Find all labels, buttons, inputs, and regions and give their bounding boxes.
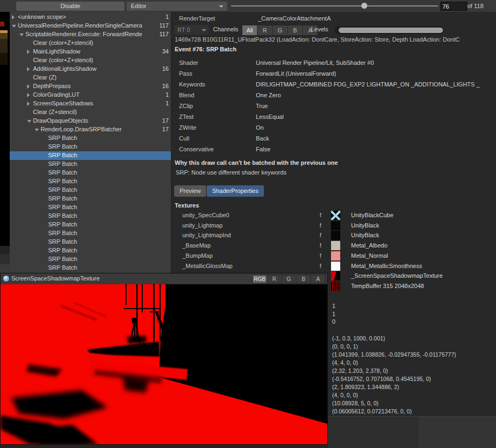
tree-item[interactable]: SRP Batch [10, 203, 171, 212]
levels-slider[interactable] [335, 26, 444, 34]
tree-item[interactable]: MainLightShadow34 [10, 48, 171, 56]
tree-item[interactable]: AdditionalLightsShadow16 [10, 65, 171, 73]
tree-item[interactable]: SRP Batch [10, 195, 171, 203]
channel-button-r[interactable]: R [267, 275, 282, 283]
tree-item[interactable]: SRP Batch [10, 212, 171, 220]
texture-property-name: unity_Lightmap [182, 222, 223, 229]
tree-item-label: ScriptableRenderer.Execute: ForwardRende [25, 31, 158, 37]
shadowmap-render [1, 284, 327, 444]
texture-thumbnail-white[interactable] [331, 262, 340, 271]
tree-item[interactable]: SRP Batch [10, 177, 171, 186]
tree-item-count: 34 [162, 48, 169, 55]
texture-thumbnail-black[interactable] [331, 231, 340, 240]
channel-button-b[interactable]: B [296, 275, 311, 283]
levels-slider-bar[interactable] [339, 28, 443, 33]
channel-button-r[interactable]: R [257, 25, 273, 35]
texture-row[interactable]: _MetallicGlossMapfMetal_MetallicSmoothne… [171, 262, 496, 271]
shader-state-value: ForwardLit (UniversalForward) [256, 70, 496, 77]
texture-thumbnail-albedo[interactable] [331, 241, 340, 250]
tree-item[interactable]: Clear (color+Z+stencil) [10, 56, 171, 65]
texture-thumbnail-black[interactable] [331, 221, 340, 230]
expand-arrow-icon[interactable] [27, 93, 30, 97]
scalar-value-list: 110 [332, 303, 335, 326]
tree-item[interactable]: SRP Batch [10, 143, 171, 151]
channel-button-b[interactable]: B [288, 25, 303, 35]
tab-preview[interactable]: Preview [174, 185, 206, 197]
channel-button-rgb[interactable]: RGB [253, 275, 267, 283]
texture-row[interactable]: unity_SpecCube0fUnityBlackCube [171, 211, 496, 220]
expand-arrow-icon[interactable] [27, 102, 30, 106]
tree-item[interactable]: DepthPrepass16 [10, 82, 171, 91]
tree-item[interactable]: SRP Batch [10, 264, 171, 272]
tree-item[interactable]: Clear (Z) [10, 73, 171, 82]
expand-arrow-icon[interactable] [12, 15, 15, 19]
background-panel [0, 445, 328, 448]
tree-item-label: Clear (color+Z+stencil) [33, 57, 169, 63]
frame-slider-track[interactable] [231, 5, 438, 6]
tree-item-label: DepthPrepass [33, 83, 158, 89]
collapse-arrow-icon[interactable] [35, 129, 39, 131]
tree-item[interactable]: Clear (Z+stencil) [10, 108, 171, 117]
expand-arrow-icon[interactable] [27, 84, 30, 89]
collapse-arrow-icon[interactable] [12, 25, 16, 28]
tree-item[interactable]: SRP Batch [10, 238, 171, 246]
tree-item[interactable]: SRP Batch [10, 220, 171, 229]
tree-item[interactable]: ScriptableRenderer.Execute: ForwardRende… [10, 30, 171, 39]
background-window-edge [0, 254, 10, 264]
channel-button-g[interactable]: G [282, 275, 296, 283]
tree-item[interactable]: SRP Batch [10, 134, 171, 143]
tree-item[interactable]: UniversalRenderPipeline.RenderSingleCame… [10, 22, 171, 30]
channel-button-g[interactable]: G [273, 25, 288, 35]
tree-item[interactable]: SRP Batch [10, 151, 171, 160]
channel-button-a[interactable]: A [311, 275, 325, 283]
texture-thumbnail-normal[interactable] [331, 251, 340, 260]
background-window-edge [0, 246, 10, 254]
tree-item-count: 17 [162, 126, 169, 132]
tree-item[interactable]: DrawOpaqueObjects17 [10, 117, 171, 125]
tree-item[interactable]: SRP Batch [10, 255, 171, 264]
tree-item[interactable]: ColorGradingLUT1 [10, 91, 171, 99]
tree-item[interactable]: Clear (color+Z+stencil) [10, 39, 171, 48]
texture-row[interactable]: unity_LightmapfUnityBlack [171, 221, 496, 231]
tree-item[interactable]: SRP Batch [10, 186, 171, 195]
disable-button[interactable]: Disable [16, 2, 124, 11]
tree-item[interactable]: SRP Batch [10, 160, 171, 169]
rt-select-dropdown[interactable]: RT 0 [174, 25, 209, 35]
tab-shaderproperties[interactable]: ShaderProperties [207, 185, 264, 197]
tree-item-label: <unknown scope> [18, 14, 158, 20]
frame-number-input[interactable] [440, 2, 467, 11]
tree-item[interactable]: ScreenSpaceShadows1 [10, 99, 171, 108]
tree-item-label: SRP Batch [48, 230, 169, 236]
collapse-arrow-icon[interactable] [19, 34, 24, 36]
tree-item-label: UniversalRenderPipeline.RenderSingleCame… [18, 22, 158, 29]
texture-row[interactable]: unity_LightmapIndfUnityBlack [171, 231, 496, 240]
texture-thumbnail-blackcube[interactable] [331, 211, 340, 220]
collapse-arrow-icon[interactable] [27, 120, 31, 123]
tree-item-label: SRP Batch [48, 178, 169, 184]
vector-value: (0.06005612, 0.07213476, 0, 0) [332, 408, 456, 416]
texture-thumbnail-tempbuffer[interactable] [331, 282, 340, 291]
target-select-dropdown[interactable]: Editor [127, 2, 227, 11]
expand-arrow-icon[interactable] [27, 50, 30, 54]
texture-name: TempBuffer 315 2048x2048 [351, 283, 424, 289]
tree-item[interactable]: RenderLoop.DrawSRPBatcher17 [10, 125, 171, 134]
tree-item-label: ColorGradingLUT [33, 91, 158, 98]
tree-item-label: AdditionalLightsShadow [33, 65, 158, 72]
expand-arrow-icon[interactable] [27, 67, 30, 71]
vector-value: (10.08928, 5, 0, 0) [332, 400, 456, 408]
tree-item[interactable]: SRP Batch [10, 169, 171, 177]
frame-slider-handle[interactable] [361, 3, 367, 9]
tree-item[interactable]: <unknown scope>1 [10, 13, 171, 22]
texture-property-name: _BumpMap [182, 252, 213, 259]
channel-button-all[interactable]: All [242, 25, 257, 35]
tree-item[interactable]: SRP Batch [10, 229, 171, 238]
preview-window-titlebar[interactable]: ScreenSpaceShadowmapTexture RGBRGBA [1, 273, 327, 285]
chevron-down-icon [202, 29, 206, 31]
texture-row[interactable]: _BumpMapfMetal_Normal [171, 251, 496, 261]
shader-state-row: ZWriteOn [171, 123, 496, 134]
tree-item[interactable]: SRP Batch [10, 246, 171, 255]
texture-thumbnail-shadowmap[interactable] [331, 271, 340, 280]
shader-state-row: CullBack [171, 134, 496, 145]
textures-section-title: Textures [175, 202, 199, 209]
texture-row[interactable]: _BaseMapfMetal_Albedo [171, 241, 496, 251]
